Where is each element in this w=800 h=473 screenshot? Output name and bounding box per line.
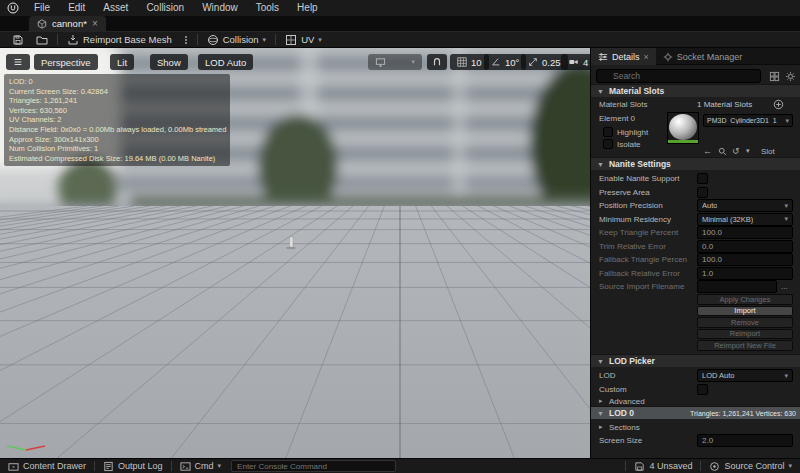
add-slot-icon[interactable] [773, 99, 784, 110]
menu-asset[interactable]: Asset [94, 0, 137, 16]
console-input[interactable] [231, 460, 396, 472]
browse-to-asset-icon[interactable] [718, 147, 727, 156]
unsaved-label: 4 Unsaved [649, 461, 692, 471]
section-lod0[interactable]: ▼ LOD 0 Triangles: 1,261,241 Vertices: 6… [591, 406, 800, 419]
button-import[interactable]: Import [697, 306, 793, 317]
source-control-button[interactable]: Source Control ▾ [701, 459, 800, 473]
unsaved-save-icon [634, 461, 645, 472]
screen-size-field[interactable]: 2.0 [697, 434, 793, 447]
sections-label: Sections [609, 423, 640, 432]
button-remove[interactable]: Remove [697, 317, 793, 328]
section-lod-picker[interactable]: ▼ LOD Picker [591, 354, 800, 367]
perspective-dropdown[interactable]: Perspective [34, 54, 98, 70]
button-reimport-new-file[interactable]: Reimport New File [697, 340, 793, 351]
menu-window[interactable]: Window [193, 0, 247, 16]
content-drawer-label: Content Drawer [23, 461, 86, 471]
property-label: Minimum Residency [599, 215, 671, 224]
tab-socket-manager[interactable]: Socket Manager [656, 48, 750, 65]
monitor-icon [375, 57, 386, 68]
section-nanite-settings[interactable]: ▼ Nanite Settings [591, 157, 800, 170]
use-selected-asset-icon[interactable]: ← [703, 146, 712, 156]
reimport-options-button[interactable] [178, 32, 194, 48]
row-minimum-residency: Minimum ResidencyMinimal (32KB)▾ [591, 213, 800, 227]
property-label: LOD [599, 371, 615, 380]
surface-snapping-button[interactable] [427, 54, 447, 70]
scale-snap-icon [528, 57, 538, 67]
viewport-stat-line: UV Channels: 2 [9, 115, 225, 125]
row-sections[interactable]: ▸ Sections [591, 421, 800, 435]
uv-dropdown[interactable]: UV ▾ [279, 32, 328, 48]
tab-details[interactable]: Details × [591, 48, 656, 65]
property-label: Fallback Triangle Percen [599, 255, 687, 264]
field-keep-triangle-percent[interactable]: 100.0 [697, 226, 793, 239]
field-source-import-filename[interactable] [697, 280, 777, 293]
menu-help[interactable]: Help [288, 0, 327, 16]
show-dropdown[interactable]: Show [150, 54, 188, 70]
log-icon [103, 461, 114, 472]
chevron-down-icon[interactable]: ▾ [746, 146, 750, 156]
property-label: Trim Relative Error [599, 242, 666, 251]
lod-dropdown[interactable]: LOD Auto [198, 54, 253, 70]
section-material-slots[interactable]: ▼ Material Slots [591, 84, 800, 97]
viewport-stat-line: Estimated Compressed Disk Size: 19.64 MB… [9, 154, 225, 164]
dropdown-position-precision[interactable]: Auto▾ [697, 199, 793, 212]
view-mode-dropdown[interactable]: Lit [110, 54, 134, 70]
asset-tab-bar: cannon* × [0, 16, 800, 31]
dropdown-value: Auto [702, 201, 717, 210]
reset-to-default-icon[interactable]: ↺ [732, 146, 740, 156]
editor-toolbar: Reimport Base Mesh Collision ▾ UV ▾ [0, 31, 800, 48]
highlight-checkbox[interactable] [603, 127, 613, 137]
checkbox-preserve-area[interactable] [697, 187, 708, 198]
magnet-icon [432, 57, 442, 67]
reimport-base-mesh-button[interactable]: Reimport Base Mesh [61, 32, 178, 48]
console-icon [180, 461, 191, 472]
row-trim-relative-error: Trim Relative Error0.0 [591, 240, 800, 254]
row-preserve-area: Preserve Area [591, 186, 800, 200]
3d-viewport[interactable]: Perspective Lit Show LOD Auto LOD: 0Curr… [0, 48, 590, 458]
checkbox-enable-nanite-support[interactable] [697, 173, 708, 184]
dropdown-minimum-residency[interactable]: Minimal (32KB)▾ [697, 213, 793, 226]
gear-icon[interactable] [785, 71, 796, 82]
unreal-logo-icon[interactable] [7, 2, 19, 14]
field-fallback-triangle-percen[interactable]: 100.0 [697, 253, 793, 266]
browse-to-asset-button[interactable] [30, 32, 54, 48]
show-label: Show [157, 57, 181, 68]
menu-tools[interactable]: Tools [247, 0, 288, 16]
viewport-stat-line: LOD: 0 [9, 77, 225, 87]
grid-snap-button[interactable]: 10 [450, 54, 489, 70]
details-sliders-icon [598, 52, 608, 62]
search-input[interactable] [596, 69, 761, 83]
button-reimport[interactable]: Reimport [697, 329, 793, 340]
perspective-label: Perspective [41, 57, 91, 68]
cmd-dropdown[interactable]: Cmd ▾ [172, 459, 230, 473]
output-log-button[interactable]: Output Log [95, 459, 171, 473]
rotation-snap-value: 10° [505, 57, 519, 68]
custom-checkbox[interactable] [697, 384, 708, 395]
browse-file-button[interactable]: ... [781, 282, 788, 291]
display-options-icon[interactable] [769, 71, 780, 82]
isolate-checkbox[interactable] [603, 139, 613, 149]
close-tab-icon[interactable]: × [92, 19, 98, 29]
menu-collision[interactable]: Collision [137, 0, 193, 16]
lod-select-dropdown[interactable]: LOD Auto ▾ [697, 369, 793, 382]
button-apply-changes[interactable]: Apply Changes [697, 294, 793, 305]
camera-speed-button[interactable]: 4 [561, 54, 590, 70]
menu-edit[interactable]: Edit [59, 0, 94, 16]
menu-file[interactable]: File [25, 0, 59, 16]
row-lod: LOD LOD Auto ▾ [591, 369, 800, 383]
material-slots-count: 1 Material Slots [697, 100, 752, 109]
viewport-menu-button[interactable] [6, 54, 30, 70]
viewport-options-pill[interactable]: ▾ [368, 54, 422, 70]
save-button[interactable] [6, 32, 30, 48]
unsaved-assets-button[interactable]: 4 Unsaved [626, 459, 700, 473]
field-trim-relative-error[interactable]: 0.0 [697, 240, 793, 253]
material-name: PM3D_Cylinder3D1_1 [707, 117, 777, 124]
content-drawer-button[interactable]: Content Drawer [0, 459, 94, 473]
field-fallback-relative-error[interactable]: 1.0 [697, 267, 793, 280]
mesh-object[interactable] [290, 237, 294, 248]
section-label: Nanite Settings [609, 159, 671, 169]
asset-tab-cannon[interactable]: cannon* × [29, 16, 106, 31]
collision-dropdown[interactable]: Collision ▾ [201, 32, 272, 48]
close-tab-icon[interactable]: × [644, 52, 649, 62]
property-label: Keep Triangle Percent [599, 228, 678, 237]
